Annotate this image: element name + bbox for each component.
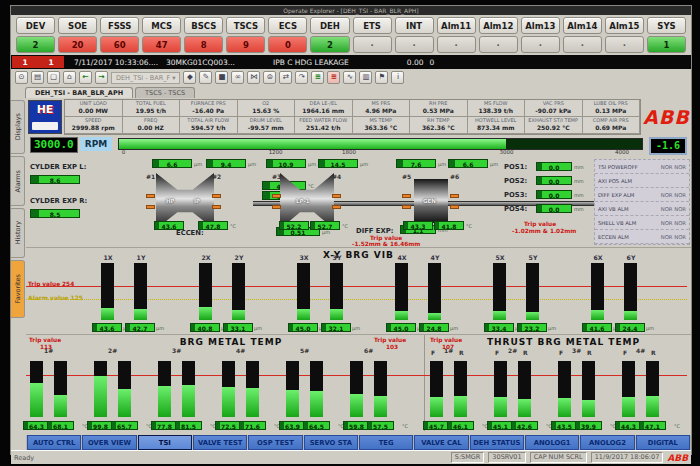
brg-temp-bar: [94, 361, 107, 417]
thrust-temp-fill: [622, 397, 635, 417]
vib-unit: µm: [352, 325, 360, 331]
alarm-quality: 0: [430, 58, 435, 67]
search-icon[interactable]: ⊙: [15, 71, 28, 84]
alarm-count-ecs[interactable]: 0: [268, 36, 307, 53]
lock-icon[interactable]: ■: [215, 71, 228, 84]
display-tab-over-view[interactable]: OVER VIEW: [82, 435, 136, 450]
ip-section-label: IP: [194, 198, 200, 204]
display-tab-tsi[interactable]: TSI: [138, 435, 192, 450]
window-titlebar: Operate Explorer - [DEH_TSI - BAR_BLR_AP…: [11, 6, 691, 15]
alarm-count-alm13[interactable]: ·: [521, 36, 560, 53]
brg-temp-bar: [118, 361, 131, 417]
display-tab-osp-test[interactable]: OSP TEST: [248, 435, 302, 450]
alarm-line[interactable]: 1 1 7/11/2017 10:33:06.... 30MKG01CQ003.…: [11, 55, 691, 69]
doc-tab-tscs[interactable]: TSCS - TSCS: [135, 87, 195, 98]
thrust-r-label: R: [459, 349, 464, 356]
alarm-count-fsss[interactable]: 60: [100, 36, 139, 53]
vib-bar-label: 6Y: [627, 254, 636, 261]
alarm-count-alm14[interactable]: ·: [563, 36, 602, 53]
speed-tick: 1800: [342, 149, 356, 155]
report-icon[interactable]: ▥: [359, 71, 372, 84]
topology-icon[interactable]: ⋈: [247, 71, 260, 84]
system-tab-bscs[interactable]: BSCS: [184, 17, 223, 34]
vib-value: 33.1: [223, 323, 253, 332]
back-icon[interactable]: ←: [79, 71, 92, 84]
database-icon[interactable]: ⊜: [263, 71, 276, 84]
pos-label: POS2:: [504, 177, 527, 185]
info-icon[interactable]: i: [391, 71, 404, 84]
system-tab-alm12[interactable]: Alm12: [479, 17, 518, 34]
system-tab-alm13[interactable]: Alm13: [521, 17, 560, 34]
sidebar-tab-alarms[interactable]: Alarms: [11, 156, 25, 206]
system-tab-alm14[interactable]: Alm14: [563, 17, 602, 34]
alarm-count-alm11[interactable]: ·: [437, 36, 476, 53]
system-tab-alm11[interactable]: Alm11: [437, 17, 476, 34]
sidebar-tab-displays[interactable]: Displays: [11, 100, 25, 154]
display-tab-servo-sta[interactable]: SERVO STA: [304, 435, 358, 450]
bearing-temp-value: 52.2: [279, 221, 309, 230]
field-label: DEA LE-/EL: [295, 100, 352, 107]
thrust-temp-fill: [430, 397, 443, 417]
new-display-icon[interactable]: ▢: [47, 71, 60, 84]
annotate-icon[interactable]: ✎: [199, 71, 212, 84]
speed-tick: 3000: [499, 149, 513, 155]
vib-bar: [591, 263, 604, 320]
cyl-exp-l-label: CYLDER EXP L:: [30, 163, 86, 171]
system-tab-fsss[interactable]: FSSS: [100, 17, 139, 34]
field-label: LUBE OIL PRS: [583, 100, 640, 107]
link-icon[interactable]: ∞: [231, 71, 244, 84]
system-tab-sys[interactable]: SYS: [647, 17, 686, 34]
system-tab-dev[interactable]: DEV: [16, 17, 55, 34]
alarm-count-soe[interactable]: 20: [58, 36, 97, 53]
display-tab-valve-test[interactable]: VALVE TEST: [193, 435, 247, 450]
display-tab-teg[interactable]: TEG: [359, 435, 413, 450]
alarm-count-sys[interactable]: 1: [647, 36, 686, 53]
alarm-count-tscs[interactable]: 9: [226, 36, 265, 53]
alarm-count-dev[interactable]: 2: [16, 36, 55, 53]
alarm-list-green-icon[interactable]: ≡: [311, 71, 324, 84]
field-label: FEED WATER FLOW: [295, 117, 352, 124]
forward-icon[interactable]: →: [95, 71, 108, 84]
system-tab-int[interactable]: INT: [395, 17, 434, 34]
alarm-count-int[interactable]: ·: [395, 36, 434, 53]
display-dropdown[interactable]: DEH_TSI - BAR_F ▾: [111, 72, 180, 84]
bearing-pad-bottom: [450, 205, 459, 209]
sidebar-tab-history[interactable]: History: [11, 208, 25, 258]
brg-temp-bar: [350, 361, 363, 417]
alarm-count-mcs[interactable]: 47: [142, 36, 181, 53]
bearing-pad-top: [146, 194, 155, 198]
alarm-count-deh[interactable]: 2: [310, 36, 349, 53]
thrust-temp-bar: [454, 361, 467, 417]
alarm-list-red-icon[interactable]: ≡: [327, 71, 340, 84]
system-tab-tscs[interactable]: TSCS: [226, 17, 265, 34]
display-tab-anolog1[interactable]: ANOLOG1: [525, 435, 579, 450]
field-label: SPEED: [65, 117, 122, 124]
key-icon[interactable]: ◆: [183, 71, 196, 84]
flag-icon[interactable]: ⚑: [375, 71, 388, 84]
vib-bar-label: 6X: [593, 254, 602, 261]
system-tab-mcs[interactable]: MCS: [142, 17, 181, 34]
system-tab-soe[interactable]: SOE: [58, 17, 97, 34]
print-icon[interactable]: ▤: [31, 71, 44, 84]
system-tab-deh[interactable]: DEH: [310, 17, 349, 34]
field-value: 0.69 MPa: [583, 124, 640, 132]
alarm-count-alm15[interactable]: ·: [605, 36, 644, 53]
field-value: -16.40 Pa: [180, 107, 237, 115]
display-tab-auto-ctrl[interactable]: AUTO CTRL: [27, 435, 81, 450]
redo-icon[interactable]: ↷: [295, 71, 308, 84]
alarm-count-bscs[interactable]: 8: [184, 36, 223, 53]
display-tab-digital[interactable]: DIGITAL: [636, 435, 690, 450]
display-tab-anolog2[interactable]: ANOLOG2: [580, 435, 634, 450]
home-icon[interactable]: ⌂: [63, 71, 76, 84]
alarm-count-ets[interactable]: ·: [353, 36, 392, 53]
display-tab-deh-status[interactable]: DEH STATUS: [470, 435, 524, 450]
alarm-count-alm12[interactable]: ·: [479, 36, 518, 53]
transfer-icon[interactable]: ⇄: [279, 71, 292, 84]
system-tab-ets[interactable]: ETS: [353, 17, 392, 34]
sidebar-tab-favorites[interactable]: Favorites: [11, 260, 25, 318]
doc-tab-deh-tsi[interactable]: DEH_TSI - BAR_BLR_APH: [25, 87, 133, 98]
system-tab-alm15[interactable]: Alm15: [605, 17, 644, 34]
display-tab-valve-cal[interactable]: VALVE CAL: [414, 435, 468, 450]
system-tab-ecs[interactable]: ECS: [268, 17, 307, 34]
trend-icon[interactable]: ∿: [343, 71, 356, 84]
